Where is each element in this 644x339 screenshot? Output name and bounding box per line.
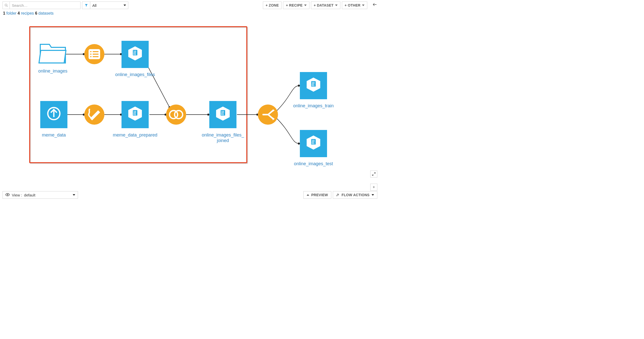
node-label-line1: online_images_files_ <box>202 132 244 138</box>
edge-endpoint <box>207 114 209 116</box>
recipe-count-label: recipes <box>21 11 34 15</box>
dataset-count-label: datasets <box>38 11 54 15</box>
filter-icon <box>82 2 90 9</box>
node-label: meme_data_prepared <box>113 132 157 138</box>
svg-text:01: 01 <box>133 113 136 116</box>
filter-select[interactable]: All <box>90 2 128 9</box>
edge-endpoint <box>298 85 300 87</box>
add-zone-label: + ZONE <box>266 3 279 7</box>
node-online-images-files[interactable]: 10 01 online_images_files <box>115 41 155 77</box>
svg-rect-10 <box>93 56 99 57</box>
chevron-down-icon <box>304 5 307 6</box>
filter-container: All <box>82 2 128 9</box>
svg-rect-6 <box>93 51 99 52</box>
node-meme-data[interactable]: meme_data <box>40 101 67 138</box>
svg-rect-8 <box>93 54 99 55</box>
add-zone-button[interactable]: + ZONE <box>263 2 282 9</box>
svg-text:01: 01 <box>312 84 315 87</box>
chevron-down-icon <box>362 5 365 6</box>
add-dataset-button[interactable]: + DATASET <box>311 2 340 9</box>
folder-count-label: folder <box>6 11 16 15</box>
svg-point-51 <box>7 194 8 195</box>
flow-actions-label: FLOW ACTIONS <box>342 193 370 197</box>
add-recipe-button[interactable]: + RECIPE <box>283 2 309 9</box>
view-select[interactable]: View : default <box>3 191 78 199</box>
view-name: default <box>24 193 35 197</box>
add-dataset-label: + DATASET <box>314 3 334 7</box>
view-prefix: View : <box>12 193 22 197</box>
chevron-up-icon <box>307 194 309 196</box>
preview-button[interactable]: PREVIEW <box>303 191 331 199</box>
add-recipe-label: + RECIPE <box>286 3 303 7</box>
search-icon <box>3 2 10 9</box>
svg-line-50 <box>372 174 374 176</box>
svg-text:01: 01 <box>221 113 224 116</box>
node-meme-data-prepared[interactable]: 10 01 meme_data_prepared <box>113 101 157 138</box>
eye-icon <box>5 192 10 198</box>
filter-value: All <box>92 3 97 8</box>
node-online-images-train[interactable]: 10 01 online_images_train <box>293 72 334 109</box>
dataset-count: 6 <box>35 11 37 15</box>
recipe-count: 4 <box>18 11 20 15</box>
recipe-list-folder[interactable] <box>84 44 104 64</box>
wrench-icon <box>336 193 340 197</box>
svg-text:01: 01 <box>133 53 136 55</box>
flow-actions-button[interactable]: FLOW ACTIONS <box>333 191 377 199</box>
node-label: online_images <box>38 69 67 74</box>
svg-line-1 <box>7 6 8 7</box>
edge <box>277 118 299 144</box>
recipe-split[interactable] <box>258 105 278 125</box>
edge-endpoint <box>298 143 300 145</box>
add-other-button[interactable]: + OTHER <box>342 2 367 9</box>
node-online-images-files-joined[interactable]: 10 01 online_images_files_ joined <box>202 101 244 143</box>
node-label: online_images_test <box>294 161 333 166</box>
node-online-images-test[interactable]: 10 01 online_images_test <box>294 130 333 166</box>
chevron-down-icon <box>372 194 374 196</box>
preview-label: PREVIEW <box>311 193 328 197</box>
svg-rect-5 <box>90 51 92 52</box>
zoom-in-button[interactable]: + <box>370 184 377 191</box>
svg-rect-7 <box>90 54 92 55</box>
object-counts: 1 folder 4 recipes 6 datasets <box>3 11 54 16</box>
chevron-down-icon <box>124 5 126 6</box>
chevron-down-icon <box>335 5 338 6</box>
search-container <box>3 2 80 9</box>
flow-canvas[interactable]: online_images <box>0 18 367 190</box>
chevron-down-icon <box>73 194 75 196</box>
node-label: online_images_files <box>115 72 155 77</box>
svg-rect-9 <box>90 56 92 57</box>
add-other-label: + OTHER <box>345 3 360 7</box>
collapse-panel-icon[interactable] <box>372 2 377 9</box>
folder-count: 1 <box>3 11 5 15</box>
node-label-line2: joined <box>217 138 229 143</box>
node-online-images[interactable]: online_images <box>38 44 67 74</box>
node-label: online_images_train <box>293 103 334 109</box>
search-input[interactable] <box>10 2 80 9</box>
svg-point-0 <box>5 4 7 6</box>
recipe-prepare[interactable] <box>84 105 104 125</box>
fullscreen-button[interactable] <box>370 171 377 178</box>
svg-line-49 <box>374 173 375 174</box>
svg-text:01: 01 <box>312 142 315 145</box>
recipe-join[interactable] <box>166 105 186 125</box>
node-label: meme_data <box>42 132 66 138</box>
